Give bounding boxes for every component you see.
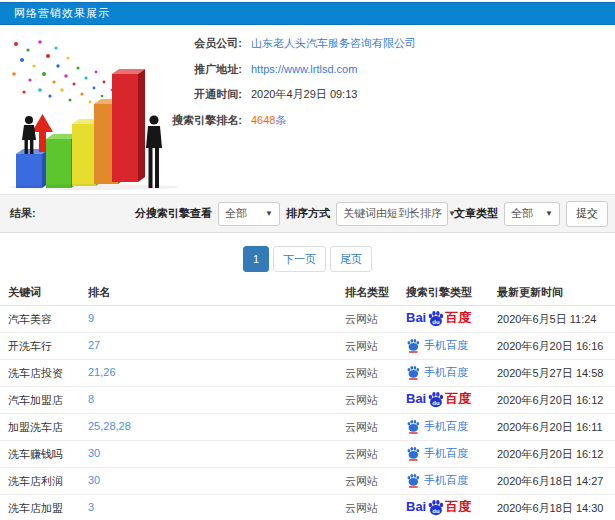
type-filter-value: 全部	[511, 206, 533, 221]
keyword-cell: 汽车美容	[8, 312, 52, 327]
rank-link[interactable]: 21,26	[88, 366, 116, 378]
keyword-cell: 洗车店加盟	[8, 501, 63, 516]
mobile-baidu-label: 手机百度	[424, 446, 468, 461]
mobile-baidu-paw-icon	[406, 446, 420, 461]
sort-filter-label: 排序方式	[286, 206, 330, 221]
engine-cell: Bai du 百度	[406, 390, 471, 408]
mobile-baidu-label: 手机百度	[424, 338, 468, 353]
table-row: 洗车店加盟 3 云网站 Bai du 百度	[0, 495, 615, 520]
updated-cell: 2020年6月20日 16:11	[497, 420, 603, 435]
baidu-text-hanzi: 百度	[445, 390, 471, 408]
company-link[interactable]: 山东老人头汽车服务咨询有限公司	[251, 36, 416, 51]
mobile-baidu-paw-icon	[406, 365, 420, 380]
filter-controls: 分搜索引擎查看 全部 ▼ 排序方式 关键词由短到长排序 ▼ 文章类型 全部 ▼ …	[135, 195, 608, 232]
rank-link[interactable]: 3	[88, 501, 94, 513]
rank-type-cell: 云网站	[345, 393, 378, 408]
last-page-button[interactable]: 尾页	[330, 246, 372, 272]
rank-link[interactable]: 30	[88, 447, 100, 459]
baidu-paw-icon: du	[427, 499, 444, 516]
mobile-baidu-label: 手机百度	[424, 473, 468, 488]
pagination: 1 下一页 尾页	[0, 246, 615, 272]
baidu-text-bai: Bai	[406, 309, 426, 327]
rank-type-cell: 云网站	[345, 501, 378, 516]
engine-cell: Bai du 百度	[406, 444, 468, 463]
engine-cell: Bai du 百度	[406, 471, 468, 490]
top-title-bar: 网络营销效果展示	[0, 2, 615, 25]
rank-type-cell: 云网站	[345, 366, 378, 381]
table-header-row: 关键词 排名 排名类型 搜索引擎类型 最新更新时间	[0, 280, 615, 306]
baidu-paw-icon: du	[427, 391, 444, 408]
engine-filter-label: 分搜索引擎查看	[135, 206, 212, 221]
engine-filter-select[interactable]: 全部 ▼	[218, 202, 280, 226]
mobile-baidu-paw-icon	[406, 419, 420, 434]
baidu-text-bai: Bai	[406, 498, 426, 516]
engine-filter-value: 全部	[225, 206, 247, 221]
engine-cell: Bai du 百度	[406, 363, 468, 382]
rank-link[interactable]: 30	[88, 474, 100, 486]
rank-link[interactable]: 8	[88, 393, 94, 405]
svg-text:du: du	[433, 399, 441, 405]
table-row: 开洗车行 27 云网站 Bai du 百度	[0, 333, 615, 360]
type-filter-label: 文章类型	[454, 206, 498, 221]
rank-type-cell: 云网站	[345, 474, 378, 489]
page-button-current[interactable]: 1	[243, 246, 269, 272]
chevron-down-icon: ▼	[265, 209, 273, 218]
type-filter-select[interactable]: 全部 ▼	[504, 202, 560, 226]
header-keyword: 关键词	[8, 285, 41, 300]
keyword-cell: 洗车店利润	[8, 474, 63, 489]
rank-count-label: 搜索引擎排名:	[0, 113, 242, 128]
results-table: 关键词 排名 排名类型 搜索引擎类型 最新更新时间 汽车美容 9 云网站 Bai	[0, 280, 615, 520]
mobile-baidu-paw-icon	[406, 473, 420, 488]
updated-cell: 2020年6月18日 14:27	[497, 474, 603, 489]
table-body: 汽车美容 9 云网站 Bai du 百度	[0, 306, 615, 520]
engine-cell: Bai du 百度	[406, 309, 471, 327]
info-row-rank-count: 搜索引擎排名: 4648条	[0, 108, 615, 134]
open-time-value: 2020年4月29日 09:13	[251, 87, 357, 102]
updated-cell: 2020年6月20日 16:12	[497, 447, 603, 462]
engine-cell: Bai du 百度	[406, 336, 468, 355]
updated-cell: 2020年6月5日 11:24	[497, 312, 596, 327]
promo-url-label: 推广地址:	[0, 62, 242, 77]
rank-link[interactable]: 27	[88, 339, 100, 351]
member-info: 会员公司: 山东老人头汽车服务咨询有限公司 推广地址: https://www.…	[0, 31, 615, 133]
updated-cell: 2020年5月27日 14:58	[497, 366, 603, 381]
rank-link[interactable]: 25,28,28	[88, 420, 131, 432]
updated-cell: 2020年6月18日 14:30	[497, 501, 603, 516]
engine-cell: Bai du 百度	[406, 417, 468, 436]
sort-filter-value: 关键词由短到长排序	[343, 206, 442, 221]
mobile-baidu-logo: 手机百度	[406, 473, 468, 488]
info-row-url: 推广地址: https://www.lrtlsd.com	[0, 57, 615, 83]
keyword-cell: 洗车店投资	[8, 366, 63, 381]
rank-count-number: 4648	[251, 114, 275, 126]
table-row: 洗车店投资 21,26 云网站 Bai du 百度	[0, 360, 615, 387]
baidu-text-hanzi: 百度	[445, 309, 471, 327]
rank-count-value: 4648条	[251, 113, 286, 128]
mobile-baidu-label: 手机百度	[424, 419, 468, 434]
svg-text:du: du	[433, 507, 441, 513]
submit-button[interactable]: 提交	[566, 201, 608, 227]
chevron-down-icon: ▼	[545, 209, 553, 218]
rank-link[interactable]: 9	[88, 312, 94, 324]
rank-type-cell: 云网站	[345, 339, 378, 354]
baidu-logo: Bai du 百度	[406, 390, 471, 408]
baidu-paw-icon: du	[427, 310, 444, 327]
keyword-cell: 开洗车行	[8, 339, 52, 354]
table-row: 洗车赚钱吗 30 云网站 Bai du 百度	[0, 441, 615, 468]
promo-url-link[interactable]: https://www.lrtlsd.com	[251, 63, 357, 75]
updated-cell: 2020年6月20日 16:12	[497, 393, 603, 408]
header-rank-type: 排名类型	[345, 285, 389, 300]
sort-filter-select[interactable]: 关键词由短到长排序 ▼	[336, 202, 448, 226]
rank-type-cell: 云网站	[345, 312, 378, 327]
table-row: 汽车加盟店 8 云网站 Bai du 百度	[0, 387, 615, 414]
mobile-baidu-label: 手机百度	[424, 365, 468, 380]
next-page-button[interactable]: 下一页	[273, 246, 326, 272]
page-title: 网络营销效果展示	[14, 6, 110, 21]
keyword-cell: 洗车赚钱吗	[8, 447, 63, 462]
company-label: 会员公司:	[0, 36, 242, 51]
table-row: 洗车店利润 30 云网站 Bai du 百度	[0, 468, 615, 495]
rank-type-cell: 云网站	[345, 420, 378, 435]
mobile-baidu-logo: 手机百度	[406, 419, 468, 434]
updated-cell: 2020年6月20日 16:16	[497, 339, 603, 354]
keyword-cell: 汽车加盟店	[8, 393, 63, 408]
result-label: 结果:	[10, 206, 36, 221]
